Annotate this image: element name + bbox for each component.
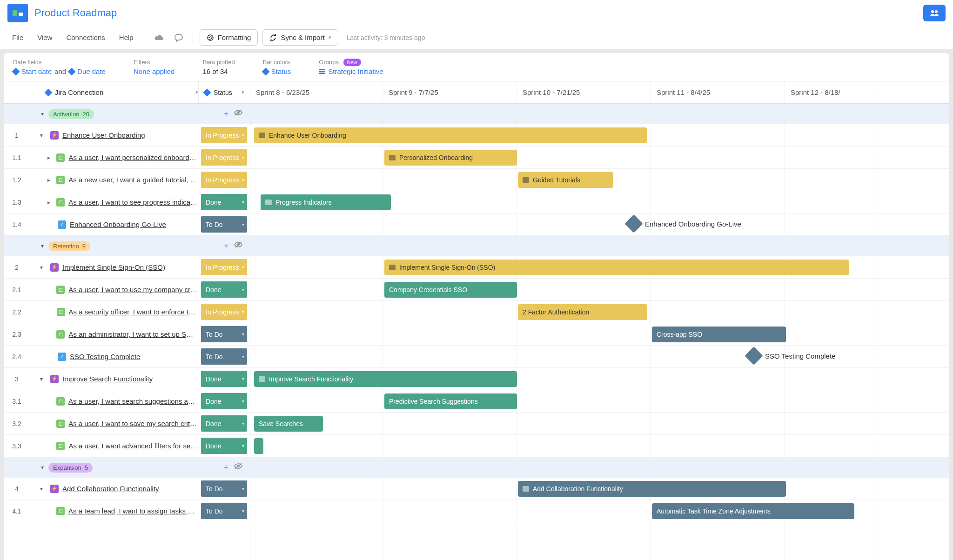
milestone[interactable]: SSO Testing Complete — [747, 349, 835, 362]
status-select[interactable]: To Do — [201, 480, 247, 497]
row-number: 1.4 — [4, 213, 30, 235]
item-title[interactable]: As a user, I want advanced filters for s… — [68, 442, 198, 450]
item-title[interactable]: As a security officer, I want to enforce… — [69, 308, 198, 316]
timeline-bar[interactable]: Cross-app SSO — [652, 327, 786, 342]
hide-icon[interactable] — [234, 109, 242, 119]
item-title[interactable]: As a user, I want to save my search crit… — [68, 420, 198, 427]
sprint-header[interactable]: Sprint 8 - 6/23/25 — [250, 81, 383, 103]
add-item-icon[interactable]: + — [223, 463, 228, 473]
collapse-caret[interactable]: ▾ — [40, 132, 47, 139]
status-select[interactable]: In Progress — [201, 172, 247, 188]
collapse-caret[interactable]: ▾ — [40, 376, 47, 382]
status-select[interactable]: In Progress — [201, 304, 247, 320]
status-select[interactable]: Done — [201, 371, 247, 387]
sync-import-button[interactable]: Sync & Import ▾ — [262, 29, 338, 46]
timeline-bar[interactable]: Automatic Task Time Zone Adjustments — [652, 503, 854, 519]
status-select[interactable]: Done — [201, 281, 247, 298]
timeline-bar[interactable]: Guided Tutorials — [518, 172, 613, 188]
bars-plotted-value[interactable]: 16 of 34 — [202, 67, 235, 75]
item-title[interactable]: As a user, I want personalized onboardin… — [68, 153, 198, 161]
group-pill[interactable]: Expansion 5 — [48, 463, 93, 473]
diamond-icon — [45, 88, 53, 96]
milestone-diamond-icon — [745, 347, 763, 365]
timeline-bar[interactable]: Add Collaboration Functionality — [518, 481, 786, 497]
collapse-caret[interactable]: ▾ — [40, 264, 47, 271]
add-item-icon[interactable]: + — [223, 241, 228, 251]
status-select[interactable]: Done — [201, 393, 247, 409]
group-pill[interactable]: Retention 9 — [48, 241, 90, 251]
timeline-bar[interactable]: Progress Indicators — [261, 194, 391, 210]
expand-caret[interactable]: ▸ — [47, 177, 53, 183]
epic-icon: ⚡ — [50, 485, 59, 493]
comment-icon[interactable] — [171, 30, 186, 45]
chevron-down-icon: ▾ — [242, 89, 244, 95]
timeline-bar[interactable]: Predictive Search Suggestions — [384, 393, 517, 409]
timeline-bar[interactable]: Personalized Onboarding — [384, 150, 517, 166]
formatting-label: Formatting — [218, 33, 251, 41]
item-title[interactable]: As a team lead, I want to assign tasks a… — [68, 507, 198, 515]
status-column-header[interactable]: Status ▾ — [198, 81, 250, 103]
status-select[interactable]: In Progress — [201, 259, 247, 275]
timeline-bar[interactable]: Company Credentials SSO — [384, 282, 517, 298]
item-title[interactable]: SSO Testing Complete — [70, 353, 140, 360]
collapse-caret[interactable]: ▾ — [40, 486, 47, 492]
filters-value[interactable]: None applied — [134, 67, 174, 75]
item-title[interactable]: As a user, I want to see progress indica… — [68, 198, 198, 206]
story-icon: ◻ — [56, 198, 65, 207]
item-title[interactable]: As a user, I want search suggestions as … — [68, 397, 198, 405]
status-select[interactable]: To Do — [201, 216, 247, 233]
timeline-bar[interactable]: Save Searches — [254, 416, 323, 432]
item-title[interactable]: As a user, I want to use my company cred… — [68, 286, 198, 293]
sprint-header[interactable]: Sprint 11 - 8/4/25 — [651, 81, 785, 103]
formatting-button[interactable]: Formatting — [200, 29, 258, 46]
status-select[interactable]: In Progress — [201, 127, 247, 143]
sprint-header[interactable]: Sprint 10 - 7/21/25 — [517, 81, 651, 103]
date-fields-value[interactable]: Start date and Due date — [13, 67, 106, 75]
hide-icon[interactable] — [234, 241, 242, 251]
menu-connections[interactable]: Connections — [61, 31, 109, 44]
status-select[interactable]: To Do — [201, 503, 247, 519]
item-title[interactable]: Enhanced Onboarding Go-Live — [70, 220, 166, 228]
group-pill[interactable]: Activation 20 — [48, 109, 94, 119]
groups-value[interactable]: Strategic Initiative — [319, 67, 383, 75]
status-select[interactable]: To Do — [201, 348, 247, 365]
item-title[interactable]: Enhance User Onboarding — [62, 131, 145, 139]
status-select[interactable]: To Do — [201, 326, 247, 342]
row-number: 2 — [4, 256, 30, 278]
share-button[interactable] — [923, 5, 946, 21]
milestone-diamond-icon — [624, 214, 643, 233]
hide-icon[interactable] — [234, 463, 242, 473]
expand-caret[interactable]: ▸ — [47, 154, 53, 161]
menu-help[interactable]: Help — [114, 31, 138, 44]
item-title[interactable]: Implement Single Sign-On (SSO) — [62, 263, 165, 271]
item-title[interactable]: Add Collaboration Functionality — [62, 485, 159, 493]
status-select[interactable]: In Progress — [201, 149, 247, 166]
timeline-bar[interactable]: Enhance User Onboarding — [254, 127, 647, 143]
app-logo[interactable] — [7, 4, 28, 22]
timeline-bar[interactable]: 2 Factor Authentication — [518, 304, 647, 320]
story-icon: ◻ — [56, 176, 65, 184]
menu-view[interactable]: View — [33, 31, 57, 44]
milestone[interactable]: Enhanced Onboarding Go-Live — [627, 217, 741, 230]
timeline-bar[interactable]: Improve Search Functionality — [254, 371, 517, 387]
timeline-bar[interactable] — [254, 438, 263, 454]
status-select[interactable]: Done — [201, 415, 247, 432]
group-collapse-caret[interactable]: ▾ — [41, 243, 44, 249]
expand-caret[interactable]: ▸ — [47, 199, 53, 206]
item-title[interactable]: As a new user, I want a guided tutorial,… — [68, 176, 198, 184]
group-collapse-caret[interactable]: ▾ — [41, 111, 44, 117]
sprint-header[interactable]: Sprint 9 - 7/7/25 — [383, 81, 517, 103]
bar-colors-value[interactable]: Status — [263, 67, 291, 75]
cloud-icon[interactable] — [152, 30, 167, 45]
group-collapse-caret[interactable]: ▾ — [41, 464, 44, 471]
page-title[interactable]: Product Roadmap — [34, 7, 117, 19]
jira-column-header[interactable]: Jira Connection ▾ — [4, 81, 198, 103]
add-item-icon[interactable]: + — [223, 109, 228, 119]
item-title[interactable]: Improve Search Functionality — [62, 375, 153, 383]
item-title[interactable]: As an administrator, I want to set up SS… — [68, 330, 198, 338]
status-select[interactable]: Done — [201, 438, 247, 454]
status-select[interactable]: Done — [201, 194, 247, 210]
sprint-header[interactable]: Sprint 12 - 8/18/ — [785, 81, 878, 103]
menu-file[interactable]: File — [7, 31, 28, 44]
timeline-bar[interactable]: Implement Single Sign-On (SSO) — [384, 260, 849, 275]
